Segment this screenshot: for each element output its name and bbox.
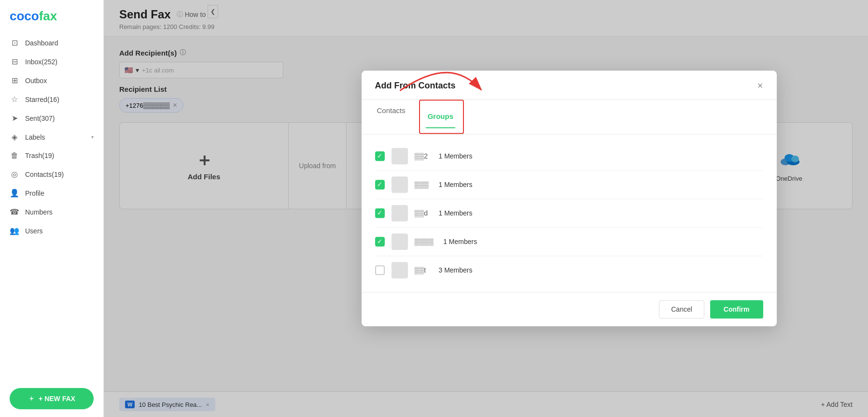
cancel-button[interactable]: Cancel xyxy=(659,300,704,318)
group-name-4: ▒▒▒▒ xyxy=(415,238,434,245)
sidebar-item-inbox[interactable]: ⊟ Inbox(252) xyxy=(0,52,103,71)
sidebar-item-label: Users xyxy=(25,227,94,235)
group-name-3: ▒▒d xyxy=(415,209,429,217)
group-checkbox-2[interactable] xyxy=(375,180,385,189)
group-avatar-2 xyxy=(392,176,408,193)
group-name-1: ▒▒2 xyxy=(415,152,429,160)
group-row: ▒▒d 1 Members xyxy=(375,199,763,228)
sidebar-item-profile[interactable]: 👤 Profile xyxy=(0,184,103,202)
main-area: ❮ Send Fax ⓘ How to use Remain pages: 12… xyxy=(104,0,868,417)
plus-icon: ＋ xyxy=(28,394,35,403)
group-checkbox-5[interactable] xyxy=(375,265,385,275)
logo-fax: fax xyxy=(39,9,57,23)
sidebar-nav: ⊡ Dashboard ⊟ Inbox(252) ⊞ Outbox ☆ Star… xyxy=(0,30,103,380)
group-checkbox-3[interactable] xyxy=(375,208,385,218)
modal-body: ▒▒2 1 Members ▒▒▒ 1 Members ▒▒d 1 Member… xyxy=(362,134,777,292)
chevron-down-icon: ▾ xyxy=(91,134,94,140)
add-from-contacts-modal: Add From Contacts × Contacts Groups ▒▒2 … xyxy=(362,71,777,326)
sidebar-item-sent[interactable]: ➤ Sent(307) xyxy=(0,109,103,128)
logo-coco: coco xyxy=(10,9,39,23)
sidebar-item-label: Sent(307) xyxy=(25,115,94,122)
modal-header: Add From Contacts × xyxy=(362,71,777,100)
sidebar-item-labels[interactable]: ◈ Labels ▾ xyxy=(0,128,103,146)
group-row: ▒▒t 3 Members xyxy=(375,256,763,284)
sidebar-item-label: Outbox xyxy=(25,77,94,85)
tab-contacts[interactable]: Contacts xyxy=(375,100,407,134)
group-checkbox-4[interactable] xyxy=(375,237,385,246)
sidebar-item-label: Contacts(19) xyxy=(25,171,94,178)
tab-groups-highlight: Groups xyxy=(419,100,464,134)
sidebar-item-label: Profile xyxy=(25,189,94,197)
confirm-button[interactable]: Confirm xyxy=(710,300,763,318)
sidebar-item-label: Starred(16) xyxy=(25,96,94,103)
modal-title: Add From Contacts xyxy=(375,81,456,91)
logo: cocofax xyxy=(0,0,103,30)
users-icon: 👥 xyxy=(10,226,19,235)
sidebar-item-outbox[interactable]: ⊞ Outbox xyxy=(0,71,103,90)
modal-footer: Cancel Confirm xyxy=(362,292,777,326)
group-row: ▒▒▒▒ 1 Members xyxy=(375,228,763,256)
trash-icon: 🗑 xyxy=(10,151,19,160)
sidebar-item-trash[interactable]: 🗑 Trash(19) xyxy=(0,146,103,165)
dashboard-icon: ⊡ xyxy=(10,38,19,47)
group-members-5: 3 Members xyxy=(439,266,473,274)
new-fax-button[interactable]: ＋ + NEW FAX xyxy=(10,388,94,409)
inbox-icon: ⊟ xyxy=(10,57,19,66)
sidebar-item-label: Numbers xyxy=(25,208,94,216)
group-members-3: 1 Members xyxy=(439,209,473,217)
sidebar-item-label: Labels xyxy=(25,133,85,141)
sidebar-item-label: Trash(19) xyxy=(25,152,94,159)
group-row: ▒▒2 1 Members xyxy=(375,142,763,171)
group-name-2: ▒▒▒ xyxy=(415,181,429,188)
group-avatar-1 xyxy=(392,148,408,164)
group-members-2: 1 Members xyxy=(439,181,473,188)
contacts-icon: ◎ xyxy=(10,170,19,179)
modal-close-button[interactable]: × xyxy=(757,80,763,91)
group-members-4: 1 Members xyxy=(443,238,477,245)
group-avatar-5 xyxy=(392,262,408,278)
sidebar-item-users[interactable]: 👥 Users xyxy=(0,221,103,240)
group-name-5: ▒▒t xyxy=(415,266,429,274)
group-members-1: 1 Members xyxy=(439,152,473,160)
group-avatar-4 xyxy=(392,233,408,250)
sidebar-item-numbers[interactable]: ☎ Numbers xyxy=(0,202,103,221)
profile-icon: 👤 xyxy=(10,188,19,198)
sidebar-item-dashboard[interactable]: ⊡ Dashboard xyxy=(0,33,103,52)
sidebar-item-starred[interactable]: ☆ Starred(16) xyxy=(0,90,103,109)
sidebar: cocofax ⊡ Dashboard ⊟ Inbox(252) ⊞ Outbo… xyxy=(0,0,104,417)
phone-icon: ☎ xyxy=(10,207,19,216)
new-fax-label: + NEW FAX xyxy=(39,395,75,403)
star-icon: ☆ xyxy=(10,95,19,104)
tab-groups[interactable]: Groups xyxy=(426,105,455,128)
outbox-icon: ⊞ xyxy=(10,76,19,85)
sidebar-item-contacts[interactable]: ◎ Contacts(19) xyxy=(0,165,103,184)
group-avatar-3 xyxy=(392,205,408,221)
sidebar-item-label: Inbox(252) xyxy=(25,58,94,66)
modal-tabs: Contacts Groups xyxy=(362,100,777,134)
sent-icon: ➤ xyxy=(10,114,19,123)
group-checkbox-1[interactable] xyxy=(375,151,385,161)
labels-icon: ◈ xyxy=(10,132,19,142)
sidebar-item-label: Dashboard xyxy=(25,39,94,47)
group-row: ▒▒▒ 1 Members xyxy=(375,171,763,199)
